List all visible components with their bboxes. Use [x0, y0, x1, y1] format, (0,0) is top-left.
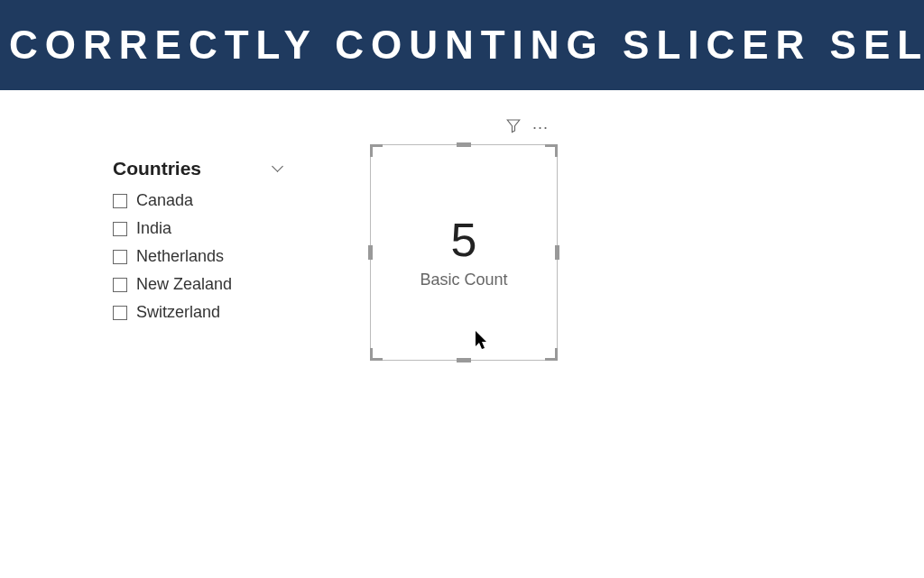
slicer-item-label: Netherlands [136, 247, 224, 266]
slicer-item-netherlands[interactable]: Netherlands [113, 243, 311, 271]
resize-handle-top-right[interactable] [545, 144, 558, 157]
slicer-item-label: Switzerland [136, 303, 220, 322]
slicer-item-india[interactable]: India [113, 215, 311, 243]
checkbox-icon[interactable] [113, 306, 127, 320]
slicer-item-canada[interactable]: Canada [113, 187, 311, 215]
checkbox-icon[interactable] [113, 278, 127, 292]
more-options-icon[interactable]: ··· [532, 119, 549, 135]
card-value: 5 [451, 216, 477, 263]
countries-slicer[interactable]: Countries Canada India Netherlands New Z… [113, 158, 311, 326]
slicer-item-label: New Zealand [136, 275, 232, 294]
slicer-item-label: India [136, 219, 171, 238]
page-title: CORRECTLY COUNTING SLICER SEL [9, 23, 924, 67]
slicer-item-new-zealand[interactable]: New Zealand [113, 271, 311, 298]
slicer-item-switzerland[interactable]: Switzerland [113, 298, 311, 326]
resize-handle-bottom[interactable] [457, 358, 471, 362]
slicer-title: Countries [113, 158, 201, 179]
resize-handle-bottom-left[interactable] [370, 348, 383, 361]
slicer-item-label: Canada [136, 191, 193, 210]
resize-handle-top[interactable] [457, 142, 471, 147]
chevron-down-icon[interactable] [272, 162, 284, 175]
resize-handle-right[interactable] [555, 245, 559, 260]
page-header-banner: CORRECTLY COUNTING SLICER SEL [0, 0, 924, 90]
filter-icon[interactable] [505, 117, 522, 137]
checkbox-icon[interactable] [113, 194, 127, 208]
card-label: Basic Count [420, 271, 507, 289]
checkbox-icon[interactable] [113, 222, 127, 236]
slicer-header[interactable]: Countries [113, 158, 311, 179]
card-visual-wrapper[interactable]: ··· 5 Basic Count [370, 144, 558, 361]
resize-handle-bottom-right[interactable] [545, 348, 558, 361]
resize-handle-top-left[interactable] [370, 144, 383, 157]
basic-count-card[interactable]: 5 Basic Count [370, 144, 558, 361]
checkbox-icon[interactable] [113, 250, 127, 264]
report-canvas[interactable]: Countries Canada India Netherlands New Z… [0, 90, 924, 574]
resize-handle-left[interactable] [368, 245, 373, 260]
visual-toolbar: ··· [505, 117, 549, 137]
